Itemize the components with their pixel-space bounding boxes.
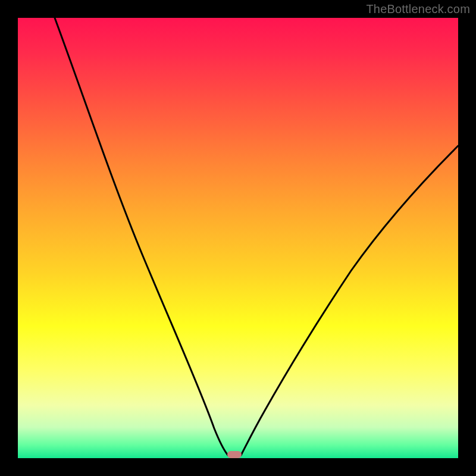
bottleneck-curve: [18, 18, 458, 458]
chart-plot-area: [18, 18, 458, 458]
watermark-text: TheBottleneck.com: [366, 2, 470, 16]
curve-left-branch: [55, 18, 228, 455]
curve-right-branch: [241, 146, 458, 455]
optimal-marker: [227, 451, 242, 458]
